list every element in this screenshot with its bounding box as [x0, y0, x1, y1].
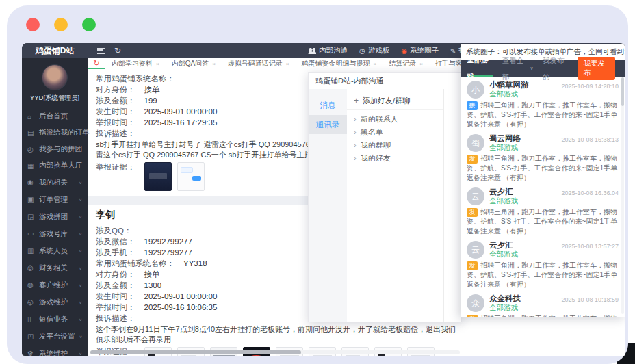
tab-call-records[interactable]: 虚拟号码通话记录× [222, 58, 296, 69]
sidebar-item-finance[interactable]: ◎财务相关∨ [22, 259, 88, 276]
scrollbar-thumb[interactable] [90, 350, 301, 354]
sidebar-item-game-maintain[interactable]: ◵游戏维护∨ [22, 294, 88, 311]
post-author: 众金科技 [489, 294, 521, 303]
field-value: 1300 [144, 281, 162, 289]
sidebar-item-system-staff[interactable]: ▥系统人员∨ [22, 242, 88, 259]
collapse-menu-icon[interactable] [97, 48, 105, 54]
sidebar-item-my-related[interactable]: ◉我的相关∨ [22, 174, 88, 191]
contact-group-new[interactable]: ›新的联系人 [347, 113, 443, 126]
evidence-thumbnail[interactable] [177, 162, 205, 191]
post-type-badge: 发 [467, 155, 478, 164]
field-value: 接单 [144, 270, 160, 280]
post-text: 招聘三角洲，跑刀工作室，推工作室车，搬物资、护航、S'S-打手、工作室合作的来~… [467, 155, 617, 181]
sidebar-item-label: 游戏维护 [39, 298, 68, 307]
sidebar-item-system-maintain[interactable]: ⚙系统维护∨ [22, 345, 88, 356]
post-content: 发招聘三角洲，跑刀工作室，推工作室车，搬物资、护航、S'S-打手、工作室合作的来… [467, 261, 619, 289]
refresh-icon[interactable]: ↻ [114, 46, 121, 55]
system-circle-button[interactable]: ◉系统圈子 [401, 46, 439, 55]
sidebar-item-platform-settings[interactable]: ◳发平台设置∨ [22, 328, 88, 345]
wrench-icon: ◵ [27, 298, 35, 306]
circle-post[interactable]: 众 众金科技全部游戏 2025-10-08 10:18:59 发招聘三角洲，跑刀… [467, 294, 619, 317]
phone-icon: ▯ [27, 315, 35, 323]
vertical-scrollbar[interactable] [621, 77, 624, 314]
game-board-button[interactable]: ◷游戏板 [359, 46, 389, 55]
sidebar-item-order-hall[interactable]: ▦内部抢单大厅 [22, 157, 88, 174]
field-label: 投诉描述： [96, 129, 135, 139]
contact-group-friends[interactable]: ›我的好友 [347, 152, 443, 165]
chat-tab-contacts[interactable]: 通讯录 [309, 115, 347, 134]
sidebar-item-label: 短信业务 [39, 315, 68, 324]
tab-label: 内部学习资料 [112, 59, 153, 68]
post-author: 蜀云网络 [489, 134, 521, 143]
tabs-refresh-icon[interactable]: ↻ [88, 58, 105, 69]
chat-tab-messages[interactable]: 消息 [309, 96, 347, 115]
field-label: 涉及手机： [96, 248, 135, 258]
contact-group-blacklist[interactable]: ›黑名单 [347, 126, 443, 139]
tab-funds[interactable]: 鸡蛋铺资金明细与提现× [295, 58, 383, 69]
close-icon[interactable]: × [373, 61, 376, 67]
sidebar-item-label: 指派给我的订单 [39, 128, 90, 138]
close-icon[interactable]: × [156, 61, 159, 67]
grid-icon: ▦ [27, 162, 35, 170]
close-icon[interactable]: × [624, 47, 625, 57]
post-time: 2025-10-08 16:36:04 [561, 187, 619, 205]
group-label: 我的群聊 [361, 139, 391, 152]
window-maximize-button[interactable] [82, 18, 96, 31]
scrollbar-thumb[interactable] [621, 77, 624, 106]
chevron-right-icon: › [354, 152, 357, 165]
chat-panel-title: 鸡蛋铺D站-内部沟通 [309, 73, 461, 89]
internal-chat-button[interactable]: 内部沟通 [308, 46, 348, 55]
sidebar-item-assigned-orders[interactable]: ▤指派给我的订单 [22, 125, 88, 141]
field-value: 2025-09-01 00:00:00 [144, 292, 218, 300]
chevron-down-icon: ∨ [79, 317, 82, 321]
window-icon: ◳ [27, 333, 35, 340]
chevron-down-icon: ∨ [79, 283, 82, 287]
tab-settlement-records[interactable]: 结算记录× [383, 58, 429, 69]
sidebar-item-order-mgmt[interactable]: ▣订单管理∨ [22, 191, 88, 208]
field-value: 199 [144, 96, 157, 105]
chevron-down-icon: ∨ [79, 180, 82, 184]
post-author: 小稻草网游 [489, 81, 529, 90]
field-label: 举报时间： [96, 302, 135, 313]
sidebar-item-label: 系统维护 [39, 349, 68, 356]
sidebar-item-account-bank[interactable]: ▭游戏号库∨ [22, 225, 88, 242]
browser-window: 鸡蛋铺D站 YYD[系统管理员] ⌂后台首页 ▤指派给我的订单 ◴我参与的拼团 … [7, 5, 628, 364]
field-label: 常用鸡蛋铺系统名称： [96, 74, 174, 84]
tab-qa[interactable]: 内部QA问答× [166, 58, 222, 69]
coin-icon: ◎ [27, 264, 35, 272]
close-icon[interactable]: × [286, 61, 289, 67]
add-friend-button[interactable]: +添加好友/群聊 [347, 92, 443, 110]
circle-post[interactable]: 蜀 蜀云网络全部游戏 2025-10-08 16:38:13 发招聘三角洲，跑刀… [467, 134, 619, 183]
post-category: 全部游戏 [489, 250, 518, 259]
avatar: 蜀 [467, 134, 484, 152]
horizontal-scrollbar[interactable] [90, 350, 460, 354]
window-minimize-button[interactable] [54, 18, 68, 31]
evidence-thumbnail[interactable] [144, 162, 172, 191]
circle-post[interactable]: 云 云夕汇全部游戏 2025-10-08 13:57:27 发招聘三角洲，跑刀工… [467, 241, 619, 289]
chat-rail: 消息 通讯录 [309, 89, 347, 322]
circle-tab-all-games[interactable]: 全部游戏 [467, 60, 493, 77]
sidebar-item-home[interactable]: ⌂后台首页 [22, 108, 88, 125]
sidebar-item-my-groups[interactable]: ◴我参与的拼团 [22, 141, 88, 157]
post-content: 接招聘三角洲，跑刀工作室，推工作室车，搬物资、护航、S'S-打手、工作室合作的来… [467, 101, 619, 129]
post-category: 全部游戏 [489, 303, 521, 312]
circle-post[interactable]: 小 小稻草网游全部游戏 2025-10-09 14:28:10 接招聘三角洲，跑… [467, 81, 619, 129]
close-icon[interactable]: × [419, 61, 423, 67]
sidebar-item-sms[interactable]: ▯短信业务∨ [22, 311, 88, 328]
circle-tab-view-all[interactable]: 查看全部∨ [502, 60, 534, 77]
post-type-badge: 发 [467, 261, 478, 270]
sidebar-item-customer-care[interactable]: ◍客户维护∨ [22, 276, 88, 294]
chevron-right-icon: › [354, 113, 357, 126]
circle-post[interactable]: 云 云夕汇全部游戏 2025-10-08 16:36:04 发招聘三角洲，跑刀工… [467, 187, 619, 236]
close-icon[interactable]: × [212, 61, 216, 67]
field-label: 发生时间： [96, 107, 135, 117]
sidebar-item-game-group[interactable]: ◲游戏拼团∨ [22, 208, 88, 225]
field-label: 涉及金额： [96, 96, 135, 106]
circle-tab-my-posts[interactable]: 我发布的 [543, 60, 569, 77]
contact-group-mygroups[interactable]: ›我的群聊 [347, 139, 443, 152]
action-label: 系统圈子 [410, 46, 439, 55]
window-close-button[interactable] [26, 18, 40, 31]
tab-study-material[interactable]: 内部学习资料× [105, 58, 166, 69]
action-label: 内部沟通 [319, 46, 348, 55]
post-text: 招聘三角洲，跑刀工作室，推工作室车，搬物资、护航、S'S-打手、工作室合作的来~… [467, 261, 617, 288]
